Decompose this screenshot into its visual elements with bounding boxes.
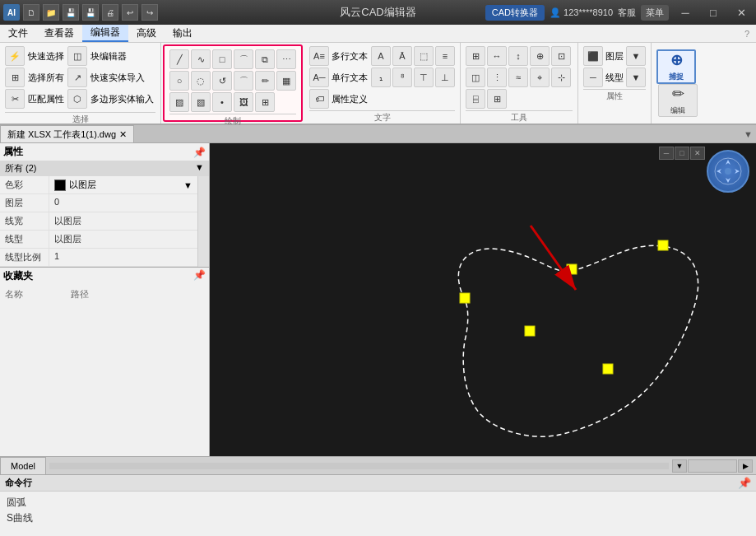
tool-5[interactable]: ⊡: [551, 46, 571, 66]
prop-dropdown[interactable]: ▼: [195, 162, 204, 175]
control-point-2[interactable]: [567, 264, 577, 274]
text-t8[interactable]: ⊥: [435, 68, 455, 87]
text-tools: A≡ 多行文本 A─ 单行文本 🏷 属性定义 A Ā ⬚ ≡: [309, 46, 455, 109]
image-btn[interactable]: 🖼: [234, 92, 253, 112]
select-all-label: 选择所有: [26, 68, 66, 87]
select-all-btn[interactable]: ⊞: [5, 68, 25, 87]
prop-pin-icon[interactable]: 📌: [193, 147, 206, 158]
tool-10[interactable]: ⊹: [551, 68, 571, 87]
toolbar-undo[interactable]: ↩: [122, 4, 138, 21]
control-point-1[interactable]: [460, 293, 470, 303]
close-btn[interactable]: ✕: [730, 4, 753, 21]
circle2-btn[interactable]: ◌: [191, 71, 211, 91]
match-attr-btn[interactable]: ✂: [5, 89, 25, 109]
toolbar-save2[interactable]: 💾: [82, 4, 99, 21]
quick-import-btn[interactable]: ↗: [67, 68, 87, 87]
poly-import-btn[interactable]: ⬡: [67, 89, 87, 109]
singletext-btn[interactable]: A─: [309, 68, 329, 87]
tool-1[interactable]: ⊞: [466, 46, 485, 66]
attrdef-btn[interactable]: 🏷: [309, 89, 329, 109]
model-tab[interactable]: Model: [0, 457, 46, 474]
menu-output[interactable]: 输出: [165, 25, 201, 42]
pencil-btn[interactable]: ✏: [255, 71, 275, 91]
tool-4[interactable]: ⊕: [530, 46, 550, 66]
control-point-3[interactable]: [658, 240, 668, 250]
capture-icon: ⊕: [670, 51, 683, 69]
tool-8[interactable]: ≈: [508, 68, 528, 87]
menu-btn[interactable]: 菜单: [641, 5, 669, 21]
rotate-btn[interactable]: ↺: [212, 71, 232, 91]
copy-btn[interactable]: ⧉: [255, 49, 275, 69]
text-t1[interactable]: A: [371, 46, 391, 66]
toolbar-open[interactable]: 📁: [43, 4, 59, 21]
dot-btn[interactable]: •: [212, 92, 232, 112]
doc-tab[interactable]: 新建 XLSX 工作表1(1).dwg ✕: [0, 125, 134, 142]
canvas-close[interactable]: ✕: [690, 147, 705, 160]
control-point-5[interactable]: [525, 326, 535, 336]
text-t3[interactable]: ⬚: [414, 46, 434, 66]
doc-tab-scroll[interactable]: ▼: [744, 129, 756, 139]
nav-circle[interactable]: [707, 150, 749, 193]
scroll-down-btn[interactable]: ▼: [672, 459, 687, 473]
prop-color-value[interactable]: 以图层 ▼: [49, 176, 197, 193]
layer-dd[interactable]: ▼: [626, 46, 646, 66]
fill-btn[interactable]: ▦: [276, 71, 296, 91]
arc-btn[interactable]: ⌒: [234, 71, 253, 91]
block-editor-btn[interactable]: ◫: [67, 46, 87, 66]
command-pin[interactable]: 📌: [738, 477, 751, 489]
capture-btn[interactable]: ⊕ 捕捉: [656, 49, 696, 84]
circle-btn[interactable]: ○: [169, 71, 189, 91]
canvas-minimize[interactable]: ─: [659, 147, 674, 160]
text-t5[interactable]: ₁: [371, 68, 391, 87]
toolbar-new[interactable]: 🗋: [23, 4, 39, 21]
tool-2[interactable]: ↔: [487, 46, 507, 66]
control-point-4[interactable]: [603, 364, 613, 374]
minimize-btn[interactable]: ─: [674, 4, 697, 21]
tool-3[interactable]: ↕: [508, 46, 528, 66]
tool-11[interactable]: ⌸: [466, 89, 485, 109]
text-t2[interactable]: Ā: [392, 46, 412, 66]
linetype-btn[interactable]: ─: [583, 68, 603, 87]
toolbar-print[interactable]: 🖨: [102, 4, 118, 21]
menu-editor[interactable]: 编辑器: [82, 25, 128, 42]
multitext-btn[interactable]: A≡: [309, 46, 329, 66]
cad-converter-btn[interactable]: CAD转换器: [485, 5, 545, 21]
hatch2-btn[interactable]: ▧: [191, 92, 211, 112]
service-btn[interactable]: 客服: [618, 7, 636, 19]
maximize-btn[interactable]: □: [702, 4, 725, 21]
tool-9[interactable]: ⌖: [530, 68, 550, 87]
doc-tab-close[interactable]: ✕: [119, 129, 127, 140]
prop-scrollbar[interactable]: [197, 176, 209, 267]
more-btn[interactable]: ⋯: [276, 49, 296, 69]
edit-btn[interactable]: ✏ 编辑: [658, 84, 698, 117]
layer-btn[interactable]: ⬛: [583, 46, 603, 66]
menu-advanced[interactable]: 高级: [128, 25, 165, 42]
tool-12[interactable]: ⊞: [487, 89, 507, 109]
text-t7[interactable]: ⊤: [414, 68, 434, 87]
table-btn[interactable]: ⊞: [255, 92, 275, 112]
text-t4[interactable]: ≡: [435, 46, 455, 66]
menu-viewer[interactable]: 查看器: [36, 25, 82, 42]
h-scroll-thumb[interactable]: [688, 459, 737, 473]
quick-select-btn[interactable]: ⚡: [5, 46, 25, 66]
polyline-btn[interactable]: ∿: [191, 49, 211, 69]
toolbar-save[interactable]: 💾: [63, 4, 79, 21]
scroll-right-btn[interactable]: ▶: [738, 459, 753, 473]
h-scrollbar-track[interactable]: [49, 463, 669, 469]
canvas-maximize[interactable]: □: [675, 147, 689, 160]
tool-7[interactable]: ⋮: [487, 68, 507, 87]
fav-pin-icon[interactable]: 📌: [193, 269, 206, 283]
linetype-dd[interactable]: ▼: [626, 68, 646, 87]
tool-6[interactable]: ◫: [466, 68, 485, 87]
prop-row-linetype: 线型 以图层: [0, 231, 197, 249]
spline-btn[interactable]: ⌒: [234, 49, 253, 69]
color-dd[interactable]: ▼: [183, 180, 192, 190]
rect-btn[interactable]: □: [212, 49, 232, 69]
help-btn[interactable]: ?: [744, 29, 756, 39]
text-t6[interactable]: ⁸: [392, 68, 412, 87]
menu-file[interactable]: 文件: [0, 25, 36, 42]
user-info[interactable]: 👤 123****8910: [550, 7, 613, 18]
line-btn[interactable]: ╱: [169, 49, 189, 69]
hatch-btn[interactable]: ▨: [169, 92, 189, 112]
toolbar-redo[interactable]: ↪: [141, 4, 158, 21]
